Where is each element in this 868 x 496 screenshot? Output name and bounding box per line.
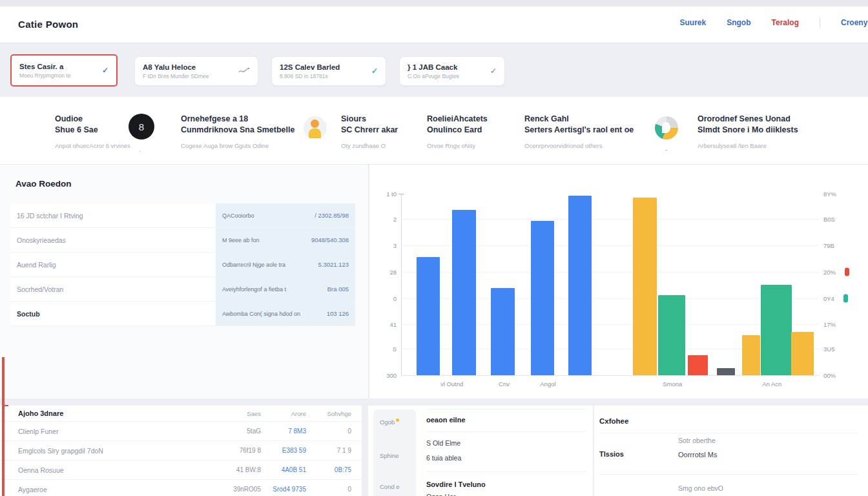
summary-row-5: SoctubAwbomba Con( signa hdod on103 126: [10, 302, 355, 326]
bottom-right-panel: Cxfohee Tlssios Sotr oberthe Oorrrotsl M…: [594, 406, 868, 496]
summary-row-label: 16 JD sctchar I Rtving: [17, 212, 83, 220]
top-nav: SuurekSngobTeralogCroeny Cuo: [680, 17, 868, 28]
stat-card-text: } 1 JAB CaackC.Oo aPvuge Bugtes: [408, 63, 486, 79]
squiggle-arrow-icon: [238, 67, 250, 75]
table-column-header: Arore: [261, 410, 306, 417]
summary-row-label: Onoskyrieaedas: [17, 236, 66, 244]
red-annotation-line: [2, 357, 5, 496]
table-cell-link[interactable]: 4A0B 51: [261, 466, 306, 473]
content-subheading: Sovdire I Tveluno: [426, 480, 486, 488]
features-row: OudioeShue 6 SaeAnpot ohuecAcror 6 vrvin…: [0, 97, 868, 165]
panel-footer: Smg ono ebvO: [678, 484, 723, 492]
y-axis-right-text: 17%: [823, 321, 836, 328]
feature-item-5: SioursSC Chrerr akarOty zundhaae O: [341, 114, 398, 149]
panel-heading: Cxfohee: [599, 417, 628, 425]
stat-card-3[interactable]: 12S Calev Barled8.806 SD in 18781s✓: [271, 56, 386, 86]
stat-card-title: A8 Yalu Heloce: [143, 63, 234, 71]
chart-bar-4: [531, 221, 554, 375]
row-label: Tlssios: [599, 450, 624, 458]
y-axis-left-label: S: [393, 346, 397, 353]
feature-subtitle: Orvoe Rngv oNity: [427, 142, 488, 149]
y-axis-right-label: 20%: [823, 267, 849, 276]
stat-card-title: 12S Calev Barled: [280, 63, 367, 71]
chart-bar-3: [491, 288, 515, 375]
summary-row-value: 5.3021.123: [318, 261, 349, 268]
feature-title-line2: Onulinco Eard: [427, 125, 488, 136]
summary-row-2: OnoskyrieaedasM 9eee ab fon9048/540.308: [10, 228, 355, 253]
check-icon: ✓: [102, 66, 108, 75]
summary-row-key: Awbomba Con( signa hdod on: [222, 311, 300, 317]
axis-marker-icon: [845, 267, 849, 276]
table-row: Oenna Rosuue41 BW:84A0B 510B:75: [0, 460, 362, 479]
summary-row-value-cell: M 9eee ab fon9048/540.308: [216, 228, 355, 252]
feature-title-line1: RoelieiAhcatets: [427, 114, 488, 125]
summary-row-label: Auend Rarlig: [17, 261, 56, 269]
left-summary-panel: Avao Roedon 16 JD sctchar I RtvingQACooi…: [0, 165, 369, 398]
y-axis-right-label: B0S: [823, 215, 835, 222]
chart-bar-11: [761, 285, 791, 376]
table-cell: 76f19 8: [216, 447, 261, 454]
summary-row-label: Soctub: [17, 310, 40, 318]
rail-item-sphine[interactable]: Sphine: [380, 452, 399, 459]
table-cell: 0: [306, 486, 351, 493]
summary-row-value-cell: QACooiorbo/ 2302.85/98: [216, 203, 355, 227]
table-cell: 41 BW:8: [216, 466, 261, 473]
summary-row-1: 16 JD sctchar I RtvingQACooiorbo/ 2302.8…: [10, 203, 355, 228]
feature-item-1: OudioeShue 6 SaeAnpot ohuecAcror 6 vrvin…: [55, 114, 130, 149]
stat-card-2[interactable]: A8 Yalu HeloceF tDn Bres Munder SDmee: [134, 56, 258, 86]
check-icon: ✓: [371, 67, 378, 76]
stat-card-title: } 1 JAB Caack: [408, 63, 486, 71]
yellow-dot-icon: [396, 418, 399, 422]
table-title: Ajoho 3dnare: [10, 409, 216, 417]
y-axis-right-label: 3U5: [823, 346, 834, 353]
y-axis-left-label: 0: [393, 294, 397, 302]
bar-chart-plot: 1 t08Y%2B0S379B2820%00Y44117%S3U530000%v…: [401, 194, 820, 376]
content-item[interactable]: S Old Elme: [426, 439, 460, 447]
table-header: Ajoho 3dnare SaesAroreSohvhge: [0, 406, 362, 421]
lock-8-icon: 8: [129, 114, 154, 140]
x-axis-label: Cnv: [499, 380, 510, 388]
chart-bar-5: [568, 196, 592, 375]
summary-row-4: Socrhed/VotranAveiyhforlengof a fietba t…: [10, 277, 355, 302]
summary-row-value: 9048/540.308: [311, 236, 349, 243]
rail-item-cond-e[interactable]: Cond e: [380, 483, 400, 490]
feature-item-6: RoelieiAhcatetsOnulinco EardOrvoe Rngv o…: [427, 114, 488, 149]
table-cell: 0: [306, 428, 351, 435]
nav-link-teralog[interactable]: Teralog: [772, 18, 799, 27]
stat-card-text: A8 Yalu HeloceF tDn Bres Munder SDmee: [143, 63, 234, 79]
table-column-header: Sohvhge: [306, 410, 351, 417]
table-row: Clienlp Funer5taG7 8M30: [0, 421, 362, 440]
x-axis-label: vl Outnd: [440, 380, 463, 388]
dashboard-page: Catie Powon SuurekSngobTeralogCroeny Cuo…: [0, 0, 868, 496]
x-axis-label: Angol: [540, 380, 555, 388]
stat-card-4[interactable]: } 1 JAB CaackC.Oo aPvuge Bugtes✓: [399, 56, 505, 86]
nav-link-croeny-cuo[interactable]: Croeny Cuo: [841, 18, 868, 27]
content-item[interactable]: 6 tuia ablea: [426, 454, 461, 462]
stat-card-1[interactable]: Stes Casir. aMoeu Rrypmgmon te✓: [10, 54, 118, 87]
feature-title-line1: Ororodnef Senes Uonad: [698, 114, 798, 125]
person-icon: [304, 116, 327, 140]
person-body: [309, 129, 321, 138]
chart-bar-10: [742, 335, 760, 375]
stat-card-title: Stes Casir. a: [19, 63, 98, 70]
nav-link-sngob[interactable]: Sngob: [727, 18, 750, 27]
table-row-label: Emglcols Slry grapgdil 7doN: [10, 447, 216, 455]
divider: [599, 474, 858, 475]
panel-title: Avao Roedon: [16, 179, 72, 189]
rail-item-ogob[interactable]: Ogob: [380, 418, 399, 426]
table-cell-link[interactable]: 7 8M3: [261, 428, 306, 435]
y-axis-right-label: 00%: [823, 372, 836, 379]
table-cell-link[interactable]: Srod4 9735: [261, 486, 306, 493]
table-row-label: Clienlp Funer: [10, 428, 216, 435]
summary-row-3: Auend RarligOdbarrecril Njge aole tra5.3…: [10, 253, 355, 277]
table-cell-link[interactable]: E383 59: [261, 447, 306, 454]
y-axis-left-label: 28: [389, 268, 397, 275]
table-row-label: Aygaeroe: [10, 486, 216, 493]
stat-card-subtitle: F tDn Bres Munder SDmee: [143, 73, 234, 79]
chart-bar-8: [688, 355, 708, 375]
feature-item-3: Ornehefgese a 18Cunmdriknova Sna Smetbel…: [181, 114, 294, 149]
nav-link-suurek[interactable]: Suurek: [680, 18, 707, 27]
table-cell-link[interactable]: 0B:75: [306, 466, 351, 473]
divider: [599, 433, 858, 433]
summary-row-value-cell: Odbarrecril Njge aole tra5.3021.123: [216, 253, 355, 276]
